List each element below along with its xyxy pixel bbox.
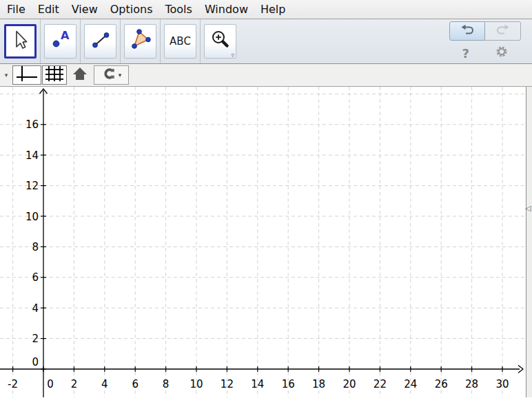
menu-view[interactable]: View xyxy=(65,0,104,19)
svg-text:10: 10 xyxy=(25,211,39,223)
show-axes-button[interactable] xyxy=(12,65,41,85)
toolbar-separator xyxy=(80,19,81,63)
panel-expand-handle-icon[interactable]: ◁ xyxy=(525,204,531,213)
toolbar: A ABC xyxy=(0,19,532,64)
home-icon xyxy=(72,66,88,84)
gear-icon[interactable] xyxy=(495,45,509,61)
svg-text:8: 8 xyxy=(32,241,39,253)
magnet-dropdown-arrow-icon: ▾ xyxy=(119,72,122,78)
svg-text:-2: -2 xyxy=(8,378,18,390)
tool-move-button[interactable] xyxy=(4,24,37,59)
menu-options[interactable]: Options xyxy=(104,0,159,19)
svg-text:30: 30 xyxy=(495,378,509,390)
point-capturing-button[interactable]: ▾ xyxy=(94,65,129,85)
svg-text:4: 4 xyxy=(32,302,39,315)
svg-text:24: 24 xyxy=(404,378,417,390)
menu-help[interactable]: Help xyxy=(254,0,291,19)
sidebar-collapsed-strip: ◁ xyxy=(526,87,532,397)
svg-text:6: 6 xyxy=(32,271,39,284)
tool-zoom-in-button[interactable]: ▿ xyxy=(204,24,236,59)
undo-arrow-icon xyxy=(458,21,476,41)
toolbar-separator xyxy=(160,19,161,63)
tool-dropdown-arrow-icon[interactable]: ▿ xyxy=(231,52,234,59)
undo-redo-group xyxy=(449,21,521,41)
tool-polygon-button[interactable] xyxy=(124,24,156,59)
svg-text:16: 16 xyxy=(282,378,295,390)
tool-text-button[interactable]: ABC xyxy=(164,24,196,59)
magnet-icon xyxy=(101,66,116,84)
tool-point-button[interactable]: A xyxy=(44,24,76,59)
svg-text:12: 12 xyxy=(221,378,234,390)
show-grid-button[interactable] xyxy=(42,65,67,85)
point-with-label-icon: A xyxy=(50,29,72,54)
svg-text:4: 4 xyxy=(101,378,108,390)
menu-file[interactable]: File xyxy=(1,0,32,19)
grid-icon xyxy=(44,65,65,85)
menu-tools[interactable]: Tools xyxy=(158,0,198,19)
svg-text:6: 6 xyxy=(132,378,139,390)
svg-text:18: 18 xyxy=(312,378,325,390)
text-abc-icon: ABC xyxy=(170,35,191,48)
svg-text:0: 0 xyxy=(47,378,54,390)
svg-text:2: 2 xyxy=(71,378,78,390)
graphics-svg[interactable]: -202468101214161820222426283002468101214… xyxy=(0,87,532,397)
svg-text:22: 22 xyxy=(374,378,387,390)
undo-button[interactable] xyxy=(449,21,485,41)
toolbar-separator xyxy=(40,19,41,63)
help-gear-row: ? xyxy=(449,45,521,61)
svg-text:14: 14 xyxy=(25,149,39,162)
graphics-view[interactable]: -202468101214161820222426283002468101214… xyxy=(0,87,532,397)
toolbar-separator xyxy=(200,19,201,63)
toolbar-right-controls: ? xyxy=(449,21,521,61)
tool-segment-button[interactable] xyxy=(84,24,116,59)
svg-text:8: 8 xyxy=(163,378,170,390)
svg-text:12: 12 xyxy=(25,180,39,192)
redo-button[interactable] xyxy=(485,21,521,41)
svg-text:A: A xyxy=(61,29,70,42)
menu-bar: File Edit View Options Tools Window Help xyxy=(0,0,532,19)
svg-text:16: 16 xyxy=(25,118,39,131)
standard-view-button[interactable] xyxy=(70,65,90,85)
svg-text:26: 26 xyxy=(435,378,448,390)
help-button[interactable]: ? xyxy=(462,46,469,61)
graphics-style-bar: ▾ xyxy=(0,64,532,87)
cursor-arrow-icon xyxy=(10,29,32,54)
svg-text:10: 10 xyxy=(190,378,203,390)
svg-text:0: 0 xyxy=(32,356,39,368)
svg-text:14: 14 xyxy=(251,378,264,390)
axes-icon xyxy=(14,65,39,85)
svg-text:20: 20 xyxy=(342,378,356,390)
menu-edit[interactable]: Edit xyxy=(32,0,65,19)
svg-text:2: 2 xyxy=(32,333,39,345)
svg-text:28: 28 xyxy=(465,378,478,390)
magnifier-plus-icon xyxy=(209,29,232,54)
stylebar-toggle-icon[interactable]: ▾ xyxy=(0,72,12,78)
toolbar-separator xyxy=(120,19,121,63)
segment-two-points-icon xyxy=(90,29,112,54)
menu-window[interactable]: Window xyxy=(198,0,254,19)
redo-arrow-icon xyxy=(494,21,512,41)
polygon-icon xyxy=(129,28,152,54)
